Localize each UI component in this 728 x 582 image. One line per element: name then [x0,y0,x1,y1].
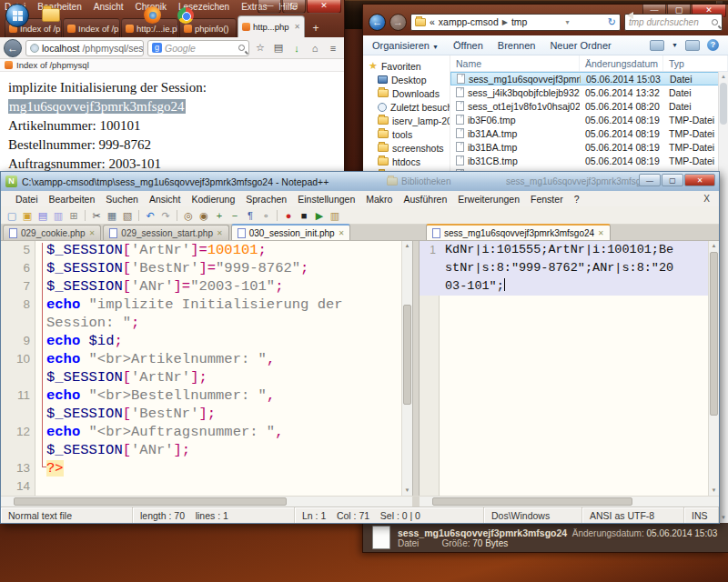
tab-029-cookie-php[interactable]: 029_cookie.php✕ [3,225,101,240]
scrollbar-thumb[interactable] [720,83,727,125]
right-editor-pane[interactable]: 1KdNr|i:101555;ArtNr|i:100101;BestNr|s:8… [420,241,719,496]
scroll-up-icon[interactable]: ▲ [719,72,728,82]
save-all-icon[interactable]: ▥ [52,209,65,222]
zoom-in-icon[interactable]: + [213,209,226,222]
table-row[interactable]: ib31AA.tmp05.06.2014 08:19TMP-Datei [450,126,728,140]
table-row[interactable]: ib31CB.tmp05.06.2014 08:19TMP-Datei [450,154,728,167]
close-tab-icon[interactable]: ✕ [89,229,96,237]
search-icon[interactable] [238,45,245,51]
zoom-out-icon[interactable]: − [228,209,241,222]
menu-item-bearbeiten[interactable]: Bearbeiten [44,194,101,205]
show-symbols-icon[interactable]: ∘ [259,209,272,222]
redo-icon[interactable]: ↷ [159,209,172,222]
left-editor-pane[interactable]: 5$_SESSION['ArtNr']=100101;6$_SESSION['B… [1,241,412,496]
tab-029-session-start-php[interactable]: 029_session_start.php✕ [103,225,228,240]
sidebar-favorites-header[interactable]: ★Favoriten [369,59,450,73]
menu-item-?[interactable]: ? [569,194,585,205]
menu-item-suchen[interactable]: Suchen [100,194,144,205]
bookmark-item[interactable]: Index of /phpmysql [16,60,89,70]
browser-tab-2[interactable]: Index of /p... [63,18,120,37]
doc-map-icon[interactable]: ▥ [329,209,341,222]
refresh-icon[interactable]: ↻ [608,16,616,28]
close-tab-icon[interactable]: ✕ [294,23,300,31]
forward-button[interactable]: → [389,14,407,31]
close-tab-icon[interactable]: ✕ [339,229,345,237]
close-document-icon[interactable]: X [698,194,715,204]
paste-icon[interactable]: ▧ [121,209,134,222]
bookmark-star-icon[interactable]: ☆ [253,42,268,54]
column-name[interactable]: Name [450,55,580,71]
sidebar-item-desktop[interactable]: Desktop [369,73,450,86]
google-icon[interactable]: g [152,43,162,53]
menu-item-ansicht[interactable]: Ansicht [94,2,124,12]
sidebar-folder-htdocs[interactable]: htdocs [369,155,450,168]
menu-item-ansicht[interactable]: Ansicht [144,194,186,205]
selected-session-id[interactable]: mg1u6sqovvejf3pmrk3mfsgo24 [8,99,186,114]
search-field[interactable]: g Google [147,40,249,56]
print-icon[interactable]: ⊞ [67,209,80,222]
stop-macro-icon[interactable]: ■ [298,209,310,222]
new-folder-button[interactable]: Neuer Ordner [550,40,611,51]
menu-item-kodierung[interactable]: Kodierung [186,194,240,205]
word-wrap-icon[interactable]: ¶ [244,209,257,222]
menu-item-einstellungen[interactable]: Einstellungen [292,194,360,205]
sidebar-folder-iserv-lamp-2014[interactable]: iserv_lamp-2014 [369,114,450,127]
menu-item-fenster[interactable]: Fenster [525,194,569,205]
table-row[interactable]: ib31BA.tmp05.06.2014 08:19TMP-Datei [450,140,728,154]
menu-item-ausf-hren[interactable]: Ausführen [398,194,452,205]
search-box[interactable]: tmp durchsuchen [624,14,723,31]
minimize-button[interactable]: — [639,174,661,186]
breadcrumb-tmp[interactable]: tmp [511,16,528,27]
undo-icon[interactable]: ↶ [144,209,157,222]
close-tab-icon[interactable]: ✕ [217,229,223,237]
status-insert-mode[interactable]: INS [684,507,719,523]
downloads-icon[interactable]: ↓ [289,43,304,54]
home-icon[interactable]: ⌂ [308,43,322,54]
browser-tab-5[interactable]: http...php✕ [238,15,305,37]
volume-icon[interactable] [627,12,633,19]
bookmarks-menu-icon[interactable]: ▤ [271,42,286,54]
horizontal-scrollbars[interactable] [1,496,719,507]
tab-030-session-init-php[interactable]: 030_session_init.php✕ [231,224,351,240]
open-button[interactable]: Öffnen [453,40,483,51]
minimize-button[interactable]: — [258,0,281,14]
menu-icon[interactable]: ≡ [326,43,340,54]
column-type[interactable]: Typ [663,55,728,71]
notepadpp-titlebar[interactable]: N C:\xampp-cmsod\tmp\sess_mg1u6sqovvejf3… [1,172,719,191]
new-file-icon[interactable]: ▢ [5,209,18,222]
pane-splitter[interactable] [412,241,420,496]
close-button[interactable]: ✕ [307,0,341,14]
menu-item-makro[interactable]: Makro [360,194,398,205]
maximize-button[interactable]: ▢ [662,174,683,186]
new-tab-button[interactable]: + [306,21,326,37]
table-row[interactable]: ib3F06.tmp05.06.2014 08:19TMP-Datei [450,113,728,126]
table-row[interactable]: sess_j4ik3bqobjfcblejb932bjtj6qfu3odt05.… [450,85,728,99]
back-button[interactable]: ← [369,14,386,31]
cut-icon[interactable]: ✂ [90,209,103,222]
right-editor-scrollbar[interactable]: ▲ ▼ [708,241,719,496]
sidebar-item-zuletzt-besucht[interactable]: Zuletzt besucht [369,100,450,114]
address-chevron[interactable]: « [430,16,435,27]
scroll-down-icon[interactable]: ▼ [719,513,728,523]
sidebar-folder-tools[interactable]: tools [369,127,450,141]
save-icon[interactable]: ▤ [36,209,49,222]
copy-icon[interactable]: ▦ [106,209,118,222]
menu-item-erweiterungen[interactable]: Erweiterungen [452,194,525,205]
table-row[interactable]: sess_ot1ej1v8fo1v0hsaj02187d6d405.06.201… [450,99,728,113]
menu-item-sprachen[interactable]: Sprachen [240,194,292,205]
preview-pane-button[interactable] [685,40,700,51]
maximize-button[interactable]: ▢ [282,0,306,14]
open-file-icon[interactable]: ▣ [21,209,34,222]
play-macro-icon[interactable]: ▶ [313,209,326,222]
column-modified[interactable]: Änderungsdatum [580,55,663,71]
help-icon[interactable]: ? [707,39,719,51]
address-dropdown-icon[interactable]: ▾ [566,18,570,26]
change-view-button[interactable] [650,40,664,51]
sidebar-folder-screenshots[interactable]: screenshots [369,141,450,155]
explorer-titlebar[interactable]: — ▢ ✕ ← → « xampp-cmsod ▶ tmp ▾ ↻ tmp du… [363,5,728,35]
organize-button[interactable]: Organisieren ▼ [372,40,439,51]
left-editor-scrollbar[interactable]: ▲ ▼ [401,241,412,496]
find-icon[interactable]: ◎ [182,209,195,222]
table-row[interactable]: sess_mg1u6sqovvejf3pmrk3mfsgo2405.06.201… [450,72,728,85]
menu-item-datei[interactable]: Datei [10,194,44,205]
